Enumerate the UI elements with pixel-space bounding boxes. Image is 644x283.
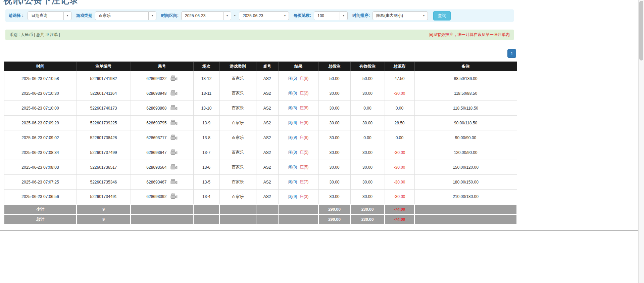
summary-notice: 同局有效投注，统一计算在该局第一张注单内 bbox=[429, 32, 510, 38]
cell-table-no: AS2 bbox=[256, 160, 278, 175]
col-header-bet-id: 注单编号 bbox=[77, 62, 131, 71]
video-replay-icon[interactable] bbox=[170, 179, 178, 186]
cell-total-bet[interactable]: 50.00 bbox=[318, 71, 350, 86]
cell-result: 闲(8) 庄(8) bbox=[278, 101, 318, 116]
cell-total-bet[interactable]: 30.00 bbox=[318, 101, 350, 116]
cell-valid-bet: 30.00 bbox=[350, 160, 385, 175]
cell-result: 闲(9) 庄(3) bbox=[278, 190, 318, 204]
cell-game-type: 百家乐 bbox=[219, 130, 256, 145]
chevron-down-icon[interactable]: ▼ bbox=[281, 11, 289, 20]
round-number: 628693948 bbox=[146, 91, 166, 96]
cell-time: 2025-06-23 07:09:02 bbox=[4, 130, 77, 145]
cell-remark: 90.00/118.50 bbox=[414, 116, 517, 130]
range-separator: ~ bbox=[234, 13, 236, 18]
date-from-value[interactable]: 2025-06-23 bbox=[181, 11, 224, 20]
sort-select[interactable]: 降冪(由大到小) ▼ bbox=[373, 11, 428, 20]
video-replay-icon[interactable] bbox=[170, 120, 178, 126]
cell-game-type: 百家乐 bbox=[219, 190, 256, 204]
video-replay-icon[interactable] bbox=[170, 90, 178, 97]
cell-result: 闲(5) 庄(9) bbox=[278, 71, 318, 86]
cell-time: 2025-06-23 07:08:34 bbox=[4, 145, 77, 160]
round-number: 628694022 bbox=[146, 76, 166, 81]
video-replay-icon[interactable] bbox=[170, 193, 178, 200]
subtotal-valid-bet: 230.00 bbox=[350, 204, 385, 214]
col-header-result: 结果 bbox=[278, 62, 318, 71]
cell-total-bet[interactable]: 30.00 bbox=[318, 175, 350, 190]
result-player: 闲(8) bbox=[288, 150, 297, 155]
cell-time: 2025-06-23 07:08:03 bbox=[4, 160, 77, 175]
cell-total-bet[interactable]: 30.00 bbox=[318, 86, 350, 101]
cell-remark: 150.00/120.00 bbox=[414, 160, 517, 175]
chevron-down-icon[interactable]: ▼ bbox=[340, 11, 348, 20]
page-size-select[interactable]: 100 ▼ bbox=[314, 11, 348, 20]
cell-total-bet[interactable]: 30.00 bbox=[318, 160, 350, 175]
result-banker: 庄(7) bbox=[300, 179, 309, 184]
round-number: 628693795 bbox=[146, 121, 166, 125]
date-from-select[interactable]: 2025-06-23 ▼ bbox=[181, 11, 231, 20]
cell-bet-id: 522601737499 bbox=[77, 145, 131, 160]
cell-session: 13-4 bbox=[193, 190, 219, 204]
cell-session: 13-10 bbox=[193, 101, 219, 116]
video-replay-icon[interactable] bbox=[170, 105, 178, 112]
cell-time: 2025-06-23 07:10:58 bbox=[4, 71, 77, 86]
game-type-label: 游戏类别 bbox=[76, 13, 92, 18]
cell-total-bet[interactable]: 30.00 bbox=[318, 116, 350, 130]
cell-result: 闲(0) 庄(7) bbox=[278, 175, 318, 190]
cell-valid-bet: 0.00 bbox=[350, 101, 385, 116]
cell-bet-id: 522601738428 bbox=[77, 130, 131, 145]
round-number: 628693467 bbox=[146, 180, 166, 185]
filter-bar: 请选择： 日期查询 ▼ 游戏类别 百家乐 ▼ 时间区间: 2025-06-23 … bbox=[5, 9, 514, 22]
grand-total-valid-bet: 230.00 bbox=[350, 214, 385, 225]
cell-round: 628693392 bbox=[131, 190, 193, 204]
chevron-down-icon[interactable]: ▼ bbox=[420, 11, 428, 20]
table-row: 2025-06-23 07:10:30 522601741164 6286939… bbox=[4, 86, 517, 101]
date-to-select[interactable]: 2025-06-23 ▼ bbox=[239, 11, 289, 20]
pagination-page-1[interactable]: 1 bbox=[507, 49, 516, 58]
round-number: 628693647 bbox=[146, 150, 166, 155]
cell-bet-id: 522601741164 bbox=[77, 86, 131, 101]
video-replay-icon[interactable] bbox=[170, 164, 178, 171]
time-range-label: 时间区间: bbox=[161, 13, 179, 18]
cell-round: 628693564 bbox=[131, 160, 193, 175]
chevron-down-icon[interactable]: ▼ bbox=[63, 11, 71, 20]
cell-table-no: AS2 bbox=[256, 71, 278, 86]
table-row: 2025-06-23 07:06:56 522601734491 6286933… bbox=[4, 190, 517, 204]
page-size-value[interactable]: 100 bbox=[314, 11, 340, 20]
cell-remark: 88.50/136.00 bbox=[414, 71, 517, 86]
grand-total-row: 总计 9 290.00 230.00 -74.00 bbox=[4, 214, 517, 225]
cell-total-bet[interactable]: 30.00 bbox=[318, 130, 350, 145]
chevron-down-icon[interactable]: ▼ bbox=[223, 11, 231, 20]
col-header-time: 时间 bbox=[4, 62, 77, 71]
result-player: 闲(0) bbox=[288, 179, 297, 184]
cell-total-bet[interactable]: 30.00 bbox=[318, 190, 350, 204]
subtotal-label: 小计 bbox=[4, 204, 77, 214]
cell-remark: 90.00/90.00 bbox=[414, 130, 517, 145]
video-replay-icon[interactable] bbox=[170, 149, 178, 156]
scrollbar-thumb[interactable] bbox=[639, 1, 643, 60]
sort-value[interactable]: 降冪(由大到小) bbox=[373, 11, 420, 20]
video-replay-icon[interactable] bbox=[170, 75, 178, 82]
cell-table-no: AS2 bbox=[256, 145, 278, 160]
cell-valid-bet: 30.00 bbox=[350, 190, 385, 204]
round-number: 628693717 bbox=[146, 135, 166, 140]
cell-game-type: 百家乐 bbox=[219, 71, 256, 86]
cell-round: 628693795 bbox=[131, 116, 193, 130]
cell-game-type: 百家乐 bbox=[219, 101, 256, 116]
result-banker: 庄(3) bbox=[300, 194, 309, 199]
cell-total-bet[interactable]: 30.00 bbox=[318, 145, 350, 160]
table-footer: 小计 9 290.00 230.00 -74.00 总计 9 290.00 23… bbox=[4, 204, 517, 225]
game-type-value[interactable]: 百家乐 bbox=[95, 11, 149, 20]
table-row: 2025-06-23 07:10:00 522601740173 6286938… bbox=[4, 101, 517, 116]
chevron-down-icon[interactable]: ▼ bbox=[148, 11, 156, 20]
result-player: 闲(8) bbox=[288, 91, 297, 95]
cell-round: 628693868 bbox=[131, 101, 193, 116]
query-type-select[interactable]: 日期查询 ▼ bbox=[28, 11, 71, 20]
vertical-scrollbar[interactable] bbox=[638, 0, 644, 283]
video-replay-icon[interactable] bbox=[170, 134, 178, 141]
records-page: 视讯/公费下注记录 请选择： 日期查询 ▼ 游戏类别 百家乐 ▼ 时间区间: 2… bbox=[0, 0, 638, 283]
round-number: 628693868 bbox=[146, 106, 166, 111]
query-type-value[interactable]: 日期查询 bbox=[28, 11, 64, 20]
query-button[interactable]: 查询 bbox=[433, 11, 451, 21]
game-type-select[interactable]: 百家乐 ▼ bbox=[95, 11, 156, 20]
date-to-value[interactable]: 2025-06-23 bbox=[239, 11, 281, 20]
